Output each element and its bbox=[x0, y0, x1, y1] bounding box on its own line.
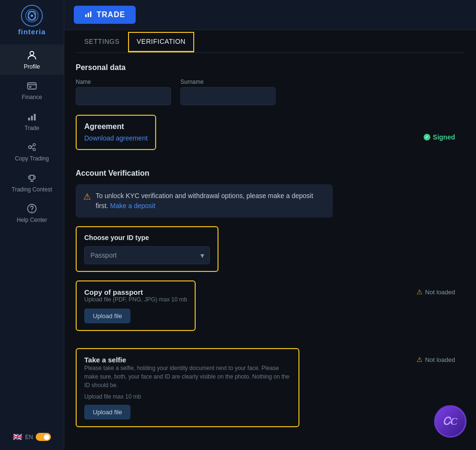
passport-copy-row: Copy of passport Upload file (PDF, PNG, … bbox=[76, 280, 465, 340]
name-input[interactable] bbox=[76, 87, 171, 105]
sidebar-logo: finteria bbox=[18, 5, 46, 36]
sidebar-item-profile[interactable]: Profile bbox=[0, 44, 64, 75]
personal-data-title: Personal data bbox=[76, 63, 465, 72]
sidebar-item-help-center-label: Help Center bbox=[17, 217, 47, 223]
passport-copy-title: Copy of passport bbox=[84, 288, 187, 296]
agreement-title: Agreement bbox=[84, 122, 148, 131]
id-type-box: Choose your ID type Passport ID Card Dri… bbox=[76, 226, 218, 272]
sidebar-item-trade[interactable]: Trade bbox=[0, 106, 64, 136]
agreement-box: Agreement Download agreement bbox=[76, 115, 156, 150]
language-label: EN bbox=[25, 434, 33, 440]
language-toggle[interactable]: 🇬🇧 EN bbox=[13, 429, 51, 445]
selfie-description: Please take a selfie, holding your ident… bbox=[84, 364, 291, 390]
content-area: SETTINGS VERIFICATION Personal data Name… bbox=[64, 30, 476, 450]
selfie-row: Take a selfie Please take a selfie, hold… bbox=[76, 348, 465, 427]
surname-label: Surname bbox=[180, 79, 276, 85]
signed-dot-icon: ✓ bbox=[424, 134, 430, 140]
make-deposit-link[interactable]: Make a deposit bbox=[110, 202, 155, 210]
svg-rect-16 bbox=[88, 13, 89, 17]
topbar: TRADE bbox=[64, 0, 476, 30]
svg-point-10 bbox=[29, 146, 31, 149]
sidebar-item-copy-trading[interactable]: Copy Trading bbox=[0, 136, 64, 167]
tabs: SETTINGS VERIFICATION bbox=[76, 30, 465, 53]
finance-icon bbox=[26, 80, 38, 92]
sidebar-item-help-center[interactable]: Help Center bbox=[0, 198, 64, 228]
profile-icon bbox=[26, 49, 38, 61]
help-center-icon bbox=[26, 202, 38, 215]
svg-rect-8 bbox=[31, 116, 33, 120]
svg-point-4 bbox=[30, 51, 34, 55]
selfie-title: Take a selfie bbox=[84, 356, 291, 364]
passport-copy-subtitle: Upload file (PDF, PNG, JPG) max 10 mb bbox=[84, 296, 187, 303]
trade-button-icon bbox=[84, 10, 93, 20]
kyc-notice-text: To unlock KYC verification and withdrawa… bbox=[96, 191, 325, 211]
id-type-label: Choose your ID type bbox=[84, 234, 210, 241]
kyc-notice: ⚠ To unlock KYC verification and withdra… bbox=[76, 184, 333, 218]
svg-rect-5 bbox=[28, 83, 36, 89]
main-content: TRADE SETTINGS VERIFICATION Personal dat… bbox=[64, 0, 476, 450]
svg-rect-7 bbox=[28, 118, 30, 120]
name-label: Name bbox=[76, 79, 171, 85]
account-verification-section: Account Verification ⚠ To unlock KYC ver… bbox=[76, 169, 465, 427]
id-type-select-wrapper: Passport ID Card Driver's License bbox=[84, 246, 210, 264]
svg-text:ᏟC: ᏟC bbox=[443, 415, 457, 427]
signed-label: Signed bbox=[433, 133, 455, 141]
selfie-not-loaded-badge: ⚠ Not loaded bbox=[416, 356, 455, 363]
trade-icon bbox=[26, 110, 38, 123]
selfie-box: Take a selfie Please take a selfie, hold… bbox=[76, 348, 299, 427]
surname-field-group: Surname bbox=[180, 79, 276, 105]
sidebar-item-trading-contest-label: Trading Contest bbox=[12, 186, 52, 193]
selfie-not-loaded-icon: ⚠ bbox=[416, 356, 423, 363]
tab-settings[interactable]: SETTINGS bbox=[76, 32, 128, 52]
id-type-select[interactable]: Passport ID Card Driver's License bbox=[84, 246, 210, 264]
passport-not-loaded-badge: ⚠ Not loaded bbox=[416, 288, 455, 296]
agreement-row: Agreement Download agreement ✓ Signed bbox=[76, 115, 465, 160]
svg-rect-15 bbox=[85, 14, 87, 17]
language-flag: 🇬🇧 bbox=[13, 432, 22, 441]
svg-rect-17 bbox=[90, 11, 91, 17]
theme-toggle[interactable] bbox=[36, 433, 51, 441]
download-agreement-link[interactable]: Download agreement bbox=[84, 134, 148, 142]
name-field-group: Name bbox=[76, 79, 171, 105]
sidebar-bottom: 🇬🇧 EN bbox=[0, 429, 64, 450]
svg-point-3 bbox=[30, 15, 33, 17]
kyc-notice-icon: ⚠ bbox=[83, 191, 91, 202]
floating-avatar-text: ᏟC bbox=[441, 410, 460, 433]
copy-trading-icon bbox=[26, 141, 38, 153]
logo-icon bbox=[21, 5, 43, 27]
svg-point-14 bbox=[31, 211, 32, 212]
upload-selfie-button[interactable]: Upload file bbox=[84, 405, 130, 420]
sidebar-item-profile-label: Profile bbox=[24, 63, 40, 70]
sidebar-item-finance[interactable]: Finance bbox=[0, 75, 64, 105]
agreement-content: Agreement Download agreement bbox=[84, 122, 148, 142]
upload-passport-button[interactable]: Upload file bbox=[84, 309, 130, 323]
sidebar-item-trade-label: Trade bbox=[25, 125, 40, 131]
personal-data-form: Name Surname bbox=[76, 79, 465, 105]
tab-verification[interactable]: VERIFICATION bbox=[128, 32, 194, 52]
passport-copy-box: Copy of passport Upload file (PDF, PNG, … bbox=[76, 280, 196, 331]
signed-badge: ✓ Signed bbox=[424, 133, 455, 141]
personal-data-section: Personal data Name Surname bbox=[76, 63, 465, 105]
svg-rect-6 bbox=[29, 86, 31, 88]
surname-input[interactable] bbox=[180, 87, 276, 105]
svg-rect-9 bbox=[34, 114, 36, 120]
trade-button-label: TRADE bbox=[97, 10, 125, 19]
not-loaded-icon: ⚠ bbox=[416, 288, 423, 296]
selfie-not-loaded-label: Not loaded bbox=[425, 356, 455, 363]
sidebar: finteria Profile Finance bbox=[0, 0, 64, 450]
account-verification-title: Account Verification bbox=[76, 169, 465, 178]
trade-button[interactable]: TRADE bbox=[74, 6, 136, 24]
sidebar-item-copy-trading-label: Copy Trading bbox=[15, 155, 49, 162]
trading-contest-icon bbox=[26, 172, 38, 184]
sidebar-item-trading-contest[interactable]: Trading Contest bbox=[0, 167, 64, 198]
passport-not-loaded-label: Not loaded bbox=[425, 289, 455, 296]
logo-text: finteria bbox=[18, 28, 46, 36]
sidebar-item-finance-label: Finance bbox=[22, 94, 42, 100]
floating-avatar[interactable]: ᏟC bbox=[434, 405, 466, 438]
selfie-upload-label: Upload file max 10 mb bbox=[84, 393, 291, 400]
